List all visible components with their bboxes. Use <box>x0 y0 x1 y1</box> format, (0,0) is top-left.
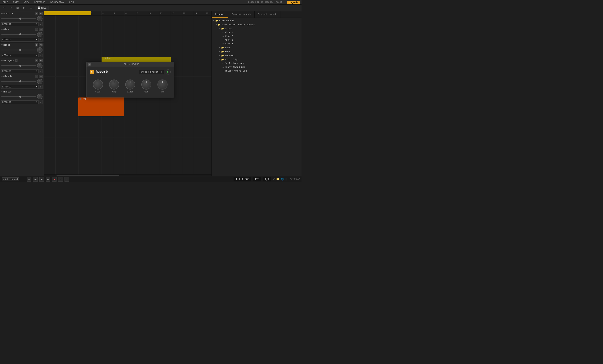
lib-folder-soundfx[interactable]: ▶ 📁 SoundFX <box>212 54 302 57</box>
play-button[interactable]: ▶ <box>39 177 44 182</box>
save-button[interactable]: 💾 Save <box>35 6 49 10</box>
effects-dropdown-master[interactable]: Effects ▼ <box>1 100 38 104</box>
mute-clapb[interactable]: M <box>39 75 43 78</box>
lib-item-trippy-chord[interactable]: ▭ Trippy Chord Seq <box>212 69 302 73</box>
solo-clap[interactable]: S <box>35 28 38 31</box>
lib-item-kick3[interactable]: ▭ Kick 3 <box>212 38 302 42</box>
menu-soundation[interactable]: SOUNDATION <box>49 1 65 4</box>
effects-dropdown-clap[interactable]: Effects ▼ <box>1 38 38 42</box>
fader-hihat[interactable] <box>1 50 36 50</box>
menu-view[interactable]: VIEW <box>23 1 30 4</box>
knob-wet[interactable] <box>141 79 151 89</box>
effects-expand-fmsynth[interactable]: ↕ <box>38 69 43 73</box>
track-name-fmsynth: ≋ FM Synth ▲ ▼ <box>1 59 18 62</box>
library-content: ▶ 📁 Free Sounds ▶ 📁 Nova Miller Remix So… <box>212 18 302 176</box>
track-clap: ≋ Clap S M Effects ▼ ↕ <box>0 27 44 43</box>
undo-button[interactable]: ↶ <box>2 5 7 11</box>
effects-dropdown-fmsynth[interactable]: Effects ▼ <box>1 69 38 73</box>
effects-expand-audio1[interactable]: ↕ <box>38 22 43 26</box>
upgrade-button[interactable]: Upgrade <box>287 1 300 4</box>
solo-clapb[interactable]: S <box>35 75 38 78</box>
lib-item-happy-chord[interactable]: ▭ Happy Chord Seq <box>212 65 302 69</box>
expand-view-icon[interactable]: ⤢ <box>273 178 275 181</box>
effects-dropdown-hihat[interactable]: Effects ▼ <box>1 54 38 57</box>
lib-folder-bass[interactable]: ▶ 📁 Bass <box>212 46 302 50</box>
mute-clap[interactable]: M <box>39 28 43 31</box>
knob-dry[interactable] <box>157 79 167 89</box>
loop-button[interactable]: ↩ <box>58 177 63 182</box>
lib-folder-free-sounds[interactable]: ▶ 📁 Free Sounds <box>212 19 302 22</box>
cut-button[interactable]: ✂ <box>22 5 27 11</box>
fast-forward-button[interactable]: ⏭ <box>33 177 38 182</box>
menu-settings[interactable]: SETTINGS <box>33 1 46 4</box>
knob-dry-group: Dry <box>157 79 167 93</box>
menu-help[interactable]: HELP <box>68 1 75 4</box>
lib-folder-nova-miller[interactable]: ▶ 📁 Nova Miller Remix Sounds <box>212 22 302 27</box>
snap-button[interactable]: ⊞ <box>15 5 20 11</box>
lib-item-evil-chord[interactable]: ▭ Evil chord seq <box>212 62 302 65</box>
file-icon-kick4: ▭ <box>222 43 224 45</box>
mute-hihat[interactable]: M <box>39 44 43 46</box>
effects-expand-clap[interactable]: ↕ <box>38 38 43 42</box>
pan-knob-hihat[interactable] <box>37 47 43 53</box>
tab-library[interactable]: Library <box>212 11 228 18</box>
lib-item-kick4[interactable]: ▭ Kick 4 <box>212 42 302 46</box>
rewind-button[interactable]: ⏮ <box>27 177 31 182</box>
fader-clap[interactable] <box>1 34 36 35</box>
redo-button[interactable]: ↷ <box>8 5 13 11</box>
solo-audio1[interactable]: S <box>35 12 38 15</box>
lib-folder-drums[interactable]: ▼ 📁 Drums <box>212 27 302 31</box>
ruler-mark-6: 6 <box>102 11 113 15</box>
file-icon-happy-chord: ▭ <box>222 66 224 68</box>
knob-width[interactable] <box>125 79 135 89</box>
metronome-button[interactable]: ♩ <box>65 177 69 182</box>
clip-clap[interactable]: 🎵 Clap for(let i=0;i<50;i++){ const h = … <box>78 98 124 116</box>
arranger-scrollbar[interactable] <box>44 175 211 176</box>
solo-fmsynth[interactable]: S <box>35 59 38 62</box>
lib-item-kick1[interactable]: ▭ Kick 1 <box>212 31 302 34</box>
stop-button[interactable]: ■ <box>46 177 50 182</box>
pan-knob-clap[interactable] <box>37 32 43 37</box>
menu-file[interactable]: FILE <box>2 1 9 4</box>
lib-folder-midi-clips[interactable]: ▼ 📁 Midi Clips <box>212 57 302 62</box>
effects-dropdown-audio1[interactable]: Effects ▼ <box>1 22 38 26</box>
lib-folder-keys[interactable]: ▶ 📁 Keys <box>212 50 302 54</box>
effects-dropdown-clapb[interactable]: Effects ▼ <box>1 85 38 89</box>
ruler-mark-11: 11 <box>159 11 171 15</box>
effects-expand-hihat[interactable]: ↕ <box>38 54 43 57</box>
knob-size[interactable] <box>93 79 103 89</box>
fader-clapb[interactable] <box>1 81 36 82</box>
effects-expand-clapb[interactable]: ↕ <box>38 85 43 89</box>
pan-knob-clapb[interactable] <box>37 79 43 84</box>
ruler-mark-12: 12 <box>171 11 182 15</box>
pan-knob-audio1[interactable] <box>37 16 43 21</box>
library-tabs: Library Premium sounds Project sounds <box>212 11 302 18</box>
effects-expand-master[interactable]: ↕ <box>38 100 43 104</box>
reverb-body: S Reverb Choose preset ⬆⬇ ⏻ Size Damp Wi… <box>86 67 174 97</box>
preset-selector[interactable]: Choose preset ⬆⬇ <box>139 70 164 74</box>
global-icon[interactable]: 🌐 <box>280 178 284 181</box>
synth-selector-fmsynth[interactable]: ▲ ▼ <box>15 59 18 62</box>
pan-knob-master[interactable] <box>37 94 43 99</box>
fader-master[interactable] <box>1 96 36 97</box>
folder-icon-bottom[interactable]: 📁 <box>276 178 279 181</box>
bars-icon[interactable]: ▐ <box>285 178 286 181</box>
lib-item-kick2[interactable]: ▭ Kick 2 <box>212 34 302 38</box>
resize-button[interactable]: ↔ <box>28 5 34 11</box>
fader-audio1[interactable] <box>1 18 36 19</box>
pan-knob-fmsynth[interactable] <box>37 63 43 68</box>
tab-project[interactable]: Project sounds <box>255 11 281 18</box>
record-button[interactable]: ● <box>52 177 57 182</box>
power-button[interactable]: ⏻ <box>166 69 171 75</box>
fader-fmsynth[interactable] <box>1 65 36 66</box>
solo-hihat[interactable]: S <box>35 44 38 46</box>
tab-premium[interactable]: Premium sounds <box>228 11 255 18</box>
menu-edit[interactable]: EDIT <box>12 1 19 4</box>
reverb-close-button[interactable]: ✕ <box>88 63 91 66</box>
knob-damp[interactable] <box>109 79 119 89</box>
scrollbar-thumb[interactable] <box>57 175 119 176</box>
mute-audio1[interactable]: M <box>39 12 43 15</box>
mute-fmsynth[interactable]: M <box>39 59 43 62</box>
time-display: 1.1.1.000 <box>234 177 251 181</box>
add-channel-button[interactable]: + Add channel <box>2 177 19 181</box>
